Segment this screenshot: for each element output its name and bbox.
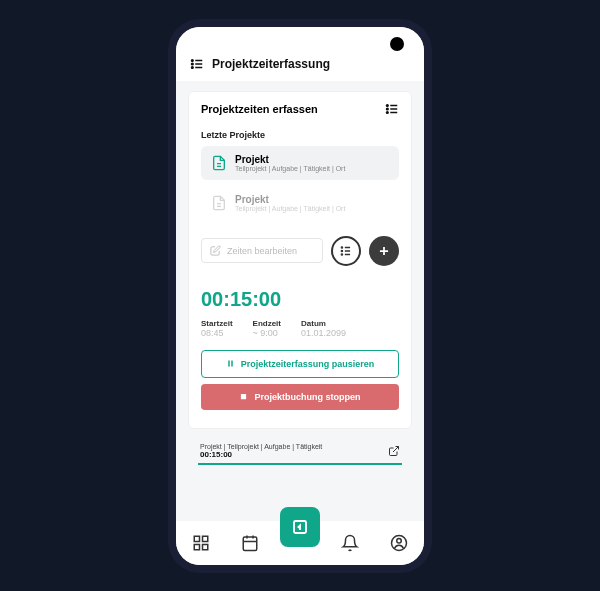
time-tracking-card: Projektzeiten erfassen Letzte Projekte <box>188 91 412 429</box>
svg-point-18 <box>341 250 342 251</box>
accent-divider <box>198 463 402 465</box>
list-toggle-icon[interactable] <box>385 102 399 116</box>
svg-point-6 <box>386 104 388 106</box>
svg-point-8 <box>386 108 388 110</box>
start-time-col: Startzeit 08:45 <box>201 319 233 338</box>
document-icon <box>211 195 227 211</box>
summary-left: Projekt | Teilprojekt | Aufgabe | Tätigk… <box>200 443 322 459</box>
project-text: Projekt Teilprojekt | Aufgabe | Tätigkei… <box>235 154 345 172</box>
svg-rect-24 <box>228 361 230 367</box>
project-subtitle: Teilprojekt | Aufgabe | Tätigkeit | Ort <box>235 205 345 212</box>
svg-point-4 <box>191 66 193 68</box>
card-header: Projektzeiten erfassen <box>189 92 411 126</box>
pause-label: Projektzeiterfassung pausieren <box>241 359 375 369</box>
list-button[interactable] <box>331 236 361 266</box>
svg-rect-25 <box>231 361 233 367</box>
timer-meta: Startzeit 08:45 Endzeit ~ 9:00 Datum 01.… <box>201 319 399 338</box>
date-value: 01.01.2099 <box>301 328 346 338</box>
project-title: Projekt <box>235 194 345 205</box>
edit-icon <box>210 245 221 256</box>
edit-times-label: Zeiten bearbeiten <box>227 246 297 256</box>
nav-calendar[interactable] <box>239 532 261 554</box>
app-header: Projektzeiterfassung <box>176 27 424 81</box>
svg-rect-29 <box>202 536 207 541</box>
project-text: Projekt Teilprojekt | Aufgabe | Tätigkei… <box>235 194 345 212</box>
stop-label: Projektbuchung stoppen <box>254 392 360 402</box>
svg-rect-30 <box>194 544 199 549</box>
recent-projects-label: Letzte Projekte <box>201 130 399 140</box>
actions-row: Zeiten bearbeiten <box>189 236 411 278</box>
summary-row: Projekt | Teilprojekt | Aufgabe | Tätigk… <box>188 439 412 461</box>
recent-projects: Letzte Projekte Projekt Teilprojekt | <box>189 130 411 236</box>
end-time-col: Endzeit ~ 9:00 <box>253 319 281 338</box>
svg-point-0 <box>191 59 193 61</box>
start-time-label: Startzeit <box>201 319 233 328</box>
card-title: Projektzeiten erfassen <box>201 103 318 115</box>
nav-notifications[interactable] <box>339 532 361 554</box>
external-link-icon[interactable] <box>388 445 400 457</box>
edit-times-button[interactable]: Zeiten bearbeiten <box>201 238 323 263</box>
svg-point-20 <box>341 253 342 254</box>
summary-crumbs: Projekt | Teilprojekt | Aufgabe | Tätigk… <box>200 443 322 450</box>
end-time-value: ~ 9:00 <box>253 328 281 338</box>
camera-dot <box>390 37 404 51</box>
date-col: Datum 01.01.2099 <box>301 319 346 338</box>
project-title: Projekt <box>235 154 345 165</box>
svg-point-16 <box>341 246 342 247</box>
svg-rect-32 <box>244 537 258 551</box>
pause-button[interactable]: Projektzeiterfassung pausieren <box>201 350 399 378</box>
svg-point-38 <box>397 538 402 543</box>
svg-line-27 <box>393 446 399 452</box>
pause-icon <box>226 359 235 368</box>
nav-track-button[interactable] <box>280 507 320 547</box>
content-area: Projektzeiten erfassen Letzte Projekte <box>176 81 424 521</box>
project-subtitle: Teilprojekt | Aufgabe | Tätigkeit | Ort <box>235 165 345 172</box>
phone-frame: Projektzeiterfassung Projektzeiten erfas… <box>168 19 432 573</box>
menu-icon[interactable] <box>190 57 204 71</box>
end-time-label: Endzeit <box>253 319 281 328</box>
svg-rect-26 <box>241 394 246 399</box>
svg-point-10 <box>386 111 388 113</box>
start-time-value: 08:45 <box>201 328 233 338</box>
timer-value: 00:15:00 <box>201 288 399 311</box>
project-item-inactive[interactable]: Projekt Teilprojekt | Aufgabe | Tätigkei… <box>201 186 399 220</box>
summary-time: 00:15:00 <box>200 450 322 459</box>
svg-point-2 <box>191 63 193 65</box>
nav-dashboard[interactable] <box>190 532 212 554</box>
date-label: Datum <box>301 319 346 328</box>
stop-icon <box>239 392 248 401</box>
document-icon <box>211 155 227 171</box>
stop-button[interactable]: Projektbuchung stoppen <box>201 384 399 410</box>
page-title: Projektzeiterfassung <box>212 57 330 71</box>
add-button[interactable] <box>369 236 399 266</box>
project-item-active[interactable]: Projekt Teilprojekt | Aufgabe | Tätigkei… <box>201 146 399 180</box>
nav-profile[interactable] <box>388 532 410 554</box>
timer-section: 00:15:00 Startzeit 08:45 Endzeit ~ 9:00 … <box>189 278 411 428</box>
bottom-nav <box>176 521 424 565</box>
svg-rect-28 <box>194 536 199 541</box>
screen: Projektzeiterfassung Projektzeiten erfas… <box>176 27 424 565</box>
svg-rect-31 <box>202 544 207 549</box>
